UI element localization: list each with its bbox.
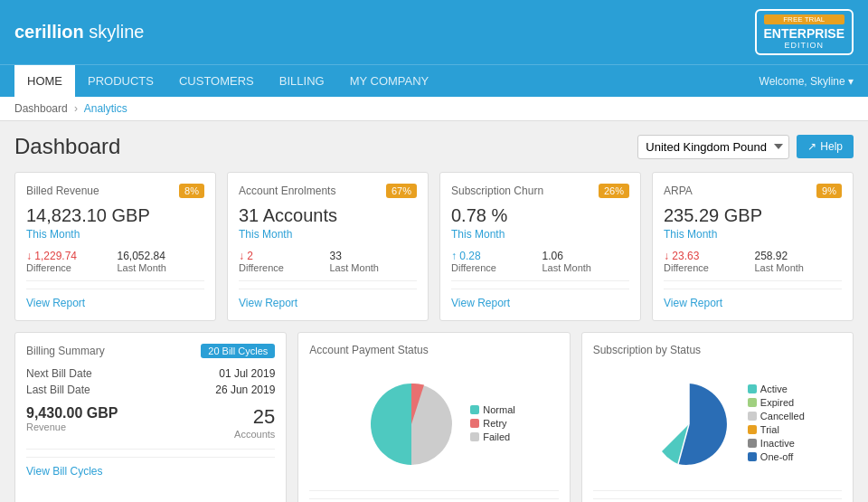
kpi-period-2: This Month <box>451 228 629 241</box>
kpi-badge-0: 8% <box>179 184 204 198</box>
kpi-link-0[interactable]: View Report <box>26 289 204 309</box>
payment-pie-svg <box>353 374 470 474</box>
bottom-row: Billing Summary 20 Bill Cycles Next Bill… <box>14 332 854 502</box>
kpi-last-label-1: Last Month <box>330 262 418 273</box>
legend-dot-failed <box>470 432 479 441</box>
billing-accounts-label: Accounts <box>234 429 275 440</box>
legend-label-trial: Trial <box>760 424 779 435</box>
header-controls: United Kingdom Pound ↗ Help <box>637 135 854 159</box>
legend-inactive: Inactive <box>748 438 805 449</box>
enterprise-label: ENTERPRISE <box>764 26 844 41</box>
kpi-value-1: 31 Accounts <box>239 205 417 226</box>
help-icon: ↗ <box>807 140 816 153</box>
kpi-period-3: This Month <box>664 228 842 241</box>
kpi-subscription-churn: Subscription Churn 26% 0.78 % This Month… <box>439 172 641 321</box>
kpi-last-label-3: Last Month <box>755 262 843 273</box>
billing-next-date-row: Next Bill Date 01 Jul 2019 <box>26 367 275 380</box>
subscription-link[interactable]: View Report <box>593 498 842 502</box>
kpi-diff-1: ↓ 2 <box>239 250 326 262</box>
welcome-message[interactable]: Welcome, Skyline ▾ <box>760 75 854 88</box>
main-content: Dashboard United Kingdom Pound ↗ Help Bi… <box>0 121 868 502</box>
kpi-link-2[interactable]: View Report <box>451 289 629 309</box>
nav-billing[interactable]: BILLING <box>267 65 337 97</box>
logo-bold: cerillion <box>14 22 84 42</box>
legend-dot-expired <box>748 398 757 407</box>
edition-label: EDITION <box>764 41 844 50</box>
kpi-diff-label-3: Difference <box>664 262 751 273</box>
legend-dot-oneoff <box>748 452 757 461</box>
legend-normal: Normal <box>470 404 514 415</box>
kpi-diff-0: ↓ 1,229.74 <box>26 250 114 262</box>
kpi-arpa: ARPA 9% 235.29 GBP This Month ↓ 23.63 Di… <box>652 172 854 321</box>
next-bill-date: 01 Jul 2019 <box>219 367 275 380</box>
kpi-badge-1: 67% <box>386 184 417 198</box>
kpi-link-3[interactable]: View Report <box>664 289 842 309</box>
subscription-pie-svg <box>630 374 748 474</box>
kpi-period-1: This Month <box>239 228 417 241</box>
page-title: Dashboard <box>14 134 120 159</box>
legend-label-retry: Retry <box>483 418 506 429</box>
kpi-diff-2: ↑ 0.28 <box>451 250 539 262</box>
legend-label-expired: Expired <box>760 397 794 408</box>
kpi-title-0: Billed Revenue <box>26 185 99 197</box>
kpi-row: Billed Revenue 8% 14,823.10 GBP This Mon… <box>14 172 854 321</box>
breadcrumb-sep: › <box>74 102 78 115</box>
nav-products[interactable]: PRODUCTS <box>75 65 166 97</box>
payment-status-chart: Normal Retry Failed <box>309 365 558 483</box>
kpi-billed-revenue: Billed Revenue 8% 14,823.10 GBP This Mon… <box>14 172 216 321</box>
currency-select[interactable]: United Kingdom Pound <box>637 135 789 159</box>
legend-dot-active <box>748 384 757 393</box>
free-trial-label: FREE TRIAL <box>764 14 844 24</box>
nav-links: HOME PRODUCTS CUSTOMERS BILLING MY COMPA… <box>14 65 441 97</box>
kpi-badge-2: 26% <box>599 184 629 198</box>
legend-label-cancelled: Cancelled <box>760 411 805 421</box>
billing-badge: 20 Bill Cycles <box>201 344 275 358</box>
kpi-title-3: ARPA <box>664 185 693 197</box>
breadcrumb: Dashboard › Analytics <box>0 97 868 121</box>
legend-label-inactive: Inactive <box>760 438 795 449</box>
billing-link[interactable]: View Bill Cycles <box>26 457 275 478</box>
kpi-last-3: 258.92 <box>755 250 843 262</box>
legend-cancelled: Cancelled <box>748 411 805 421</box>
kpi-last-label-2: Last Month <box>542 262 630 273</box>
breadcrumb-home[interactable]: Dashboard <box>14 102 68 115</box>
kpi-value-3: 235.29 GBP <box>664 205 842 226</box>
legend-active: Active <box>748 384 805 394</box>
breadcrumb-current: Analytics <box>84 102 127 115</box>
payment-legend: Normal Retry Failed <box>470 404 514 445</box>
payment-status-panel: Account Payment Status Normal <box>297 332 570 502</box>
subscription-status-chart: Active Expired Cancelled Trial <box>593 365 842 483</box>
subscription-status-panel: Subscription by Status Active <box>581 332 854 502</box>
help-button[interactable]: ↗ Help <box>797 135 854 158</box>
nav-my-company[interactable]: MY COMPANY <box>337 65 442 97</box>
legend-dot-trial <box>748 425 757 434</box>
kpi-period-0: This Month <box>26 228 204 241</box>
kpi-value-0: 14,823.10 GBP <box>26 205 204 226</box>
payment-link[interactable]: View Report <box>309 498 558 502</box>
legend-retry: Retry <box>470 418 514 429</box>
billing-accounts: 25 <box>234 405 275 429</box>
nav-customers[interactable]: CUSTOMERS <box>166 65 267 97</box>
enterprise-badge: FREE TRIAL ENTERPRISE EDITION <box>755 9 854 55</box>
kpi-title-1: Account Enrolments <box>239 185 335 197</box>
main-nav: HOME PRODUCTS CUSTOMERS BILLING MY COMPA… <box>0 64 868 97</box>
kpi-link-1[interactable]: View Report <box>239 289 417 309</box>
billing-last-date-row: Last Bill Date 26 Jun 2019 <box>26 384 275 396</box>
nav-home[interactable]: HOME <box>14 65 75 97</box>
app-header: cerillion skyline FREE TRIAL ENTERPRISE … <box>0 0 868 64</box>
next-bill-date-label: Next Bill Date <box>26 367 92 380</box>
app-logo: cerillion skyline <box>14 22 144 43</box>
legend-failed: Failed <box>470 431 514 442</box>
legend-trial: Trial <box>748 424 805 435</box>
subscription-status-title: Subscription by Status <box>593 344 701 356</box>
legend-label-oneoff: One-off <box>760 451 794 462</box>
legend-dot-inactive <box>748 439 757 448</box>
billing-title: Billing Summary <box>26 345 105 357</box>
subscription-legend: Active Expired Cancelled Trial <box>748 384 805 465</box>
kpi-title-2: Subscription Churn <box>451 185 543 197</box>
kpi-last-1: 33 <box>330 250 418 262</box>
legend-label-active: Active <box>760 384 788 394</box>
kpi-badge-3: 9% <box>816 184 842 198</box>
kpi-last-2: 1.06 <box>542 250 630 262</box>
logo-light: skyline <box>84 22 145 42</box>
